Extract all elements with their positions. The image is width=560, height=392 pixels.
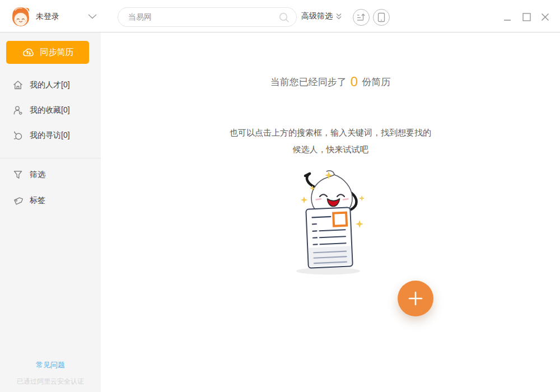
sidebar: 同步简历 我的人才[0] 我的收藏[0] <box>0 32 101 392</box>
sync-status-prefix: 当前您已经同步了 <box>270 77 347 87</box>
title-bar: 未登录 高级筛选 <box>0 0 560 32</box>
main-content: 当前您已经同步了0份简历 也可以点击上方的搜索框，输入关键词，找到想要找的 候选… <box>101 32 560 392</box>
search-hint-line2: 候选人，快来试试吧 <box>101 141 560 158</box>
mascot-resume-illustration <box>263 168 392 277</box>
search-hint-line1: 也可以点击上方的搜索框，输入关键词，找到想要找的 <box>101 124 560 141</box>
home-icon <box>12 80 24 91</box>
search-box[interactable] <box>118 7 297 27</box>
sidebar-divider <box>0 158 101 158</box>
advanced-filter-label: 高级筛选 <box>301 11 333 21</box>
plus-icon <box>408 291 423 306</box>
funnel-icon <box>12 169 24 180</box>
tag-icon <box>12 195 24 206</box>
security-certification-note: 已通过阿里云安全认证 <box>0 377 101 386</box>
device-icon[interactable] <box>373 9 390 26</box>
chevron-down-icon[interactable] <box>88 14 97 19</box>
upload-list-icon[interactable] <box>353 9 370 26</box>
minimize-button[interactable] <box>502 12 513 24</box>
sidebar-item-my-talents[interactable]: 我的人才[0] <box>0 76 101 94</box>
person-heart-icon <box>12 105 24 116</box>
sync-resume-button[interactable]: 同步简历 <box>6 41 89 64</box>
search-hint-text: 也可以点击上方的搜索框，输入关键词，找到想要找的 候选人，快来试试吧 <box>101 124 560 158</box>
sidebar-item-label: 我的收藏[0] <box>30 105 70 115</box>
magnifier-icon <box>12 130 24 141</box>
sidebar-item-tags[interactable]: 标签 <box>0 192 101 209</box>
add-button[interactable] <box>398 281 433 316</box>
login-status-label[interactable]: 未登录 <box>36 0 59 32</box>
sidebar-item-label: 筛选 <box>30 170 45 180</box>
sidebar-item-label: 我的人才[0] <box>30 80 70 90</box>
double-chevron-down-icon <box>335 12 343 20</box>
maximize-button[interactable] <box>521 11 532 22</box>
cloud-sync-icon <box>22 47 35 58</box>
sync-resume-label: 同步简历 <box>40 47 74 58</box>
search-input[interactable] <box>118 8 296 26</box>
close-button[interactable] <box>539 11 550 22</box>
app-logo-icon <box>10 5 32 27</box>
sidebar-item-my-favorites[interactable]: 我的收藏[0] <box>0 101 101 119</box>
sidebar-item-label: 我的寻访[0] <box>30 130 70 141</box>
advanced-filter-button[interactable]: 高级筛选 <box>301 0 343 32</box>
search-icon[interactable] <box>278 12 290 24</box>
faq-link[interactable]: 常见问题 <box>0 360 101 370</box>
sidebar-item-filter[interactable]: 筛选 <box>0 166 101 184</box>
sync-status-suffix: 份简历 <box>362 77 390 87</box>
sync-count: 0 <box>351 74 358 89</box>
sidebar-item-my-visits[interactable]: 我的寻访[0] <box>0 127 101 144</box>
sidebar-item-label: 标签 <box>30 195 45 206</box>
sync-status-heading: 当前您已经同步了0份简历 <box>101 74 560 90</box>
